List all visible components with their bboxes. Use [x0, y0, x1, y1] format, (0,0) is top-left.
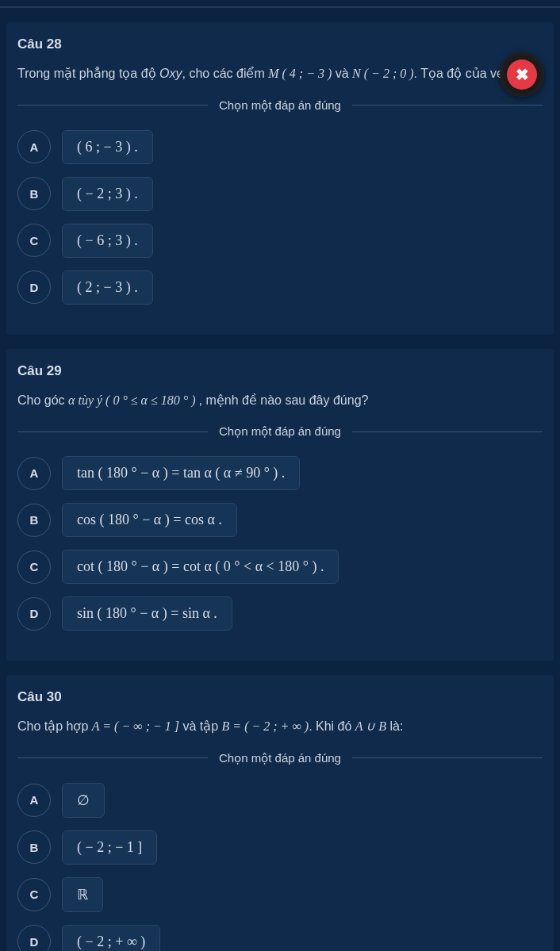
question-29-text: Cho góc α tùy ý ( 0 ° ≤ α ≤ 180 ° ) , mệ… — [17, 390, 543, 411]
divider-line-left — [17, 757, 208, 758]
q30-option-D[interactable]: D ( − 2 ; + ∞ ) — [17, 925, 543, 951]
q29-option-A[interactable]: A tan ( 180 ° − α ) = tan α ( α ≠ 90 ° )… — [17, 456, 543, 490]
close-icon: ✖ — [507, 59, 537, 90]
option-letter-D[interactable]: D — [17, 270, 51, 304]
q28-mid: , cho các điểm — [182, 67, 269, 80]
divider: Chọn một đáp án đúng — [17, 424, 543, 439]
divider: Chọn một đáp án đúng — [17, 751, 543, 765]
q28-va: và — [332, 67, 352, 80]
question-28-title: Câu 28 — [17, 36, 543, 52]
divider-line-right — [352, 757, 543, 758]
option-letter-C[interactable]: C — [17, 878, 51, 911]
question-30-title: Câu 30 — [17, 689, 543, 705]
question-28-card: ✖ Câu 28 Trong mặt phẳng tọa độ Oxy, cho… — [6, 22, 554, 335]
q30-option-C[interactable]: C ℝ — [17, 877, 543, 912]
q28-oxy: Oxy — [159, 67, 182, 80]
question-28-text: Trong mặt phẳng tọa độ Oxy, cho các điểm… — [17, 63, 543, 84]
divider-line-left — [17, 105, 208, 105]
option-letter-C[interactable]: C — [17, 550, 51, 584]
q30-option-D-content[interactable]: ( − 2 ; + ∞ ) — [62, 925, 160, 951]
q29-alpha: α tùy ý — [68, 393, 102, 407]
option-letter-A[interactable]: A — [17, 784, 51, 817]
q28-option-B[interactable]: B ( − 2 ; 3 ) . — [17, 177, 543, 211]
question-29-card: Câu 29 Cho góc α tùy ý ( 0 ° ≤ α ≤ 180 °… — [6, 349, 554, 661]
q29-option-C-content[interactable]: cot ( 180 ° − α ) = cot α ( 0 ° < α < 18… — [62, 550, 339, 584]
q28-pointM: M ( 4 ; − 3 ) — [268, 67, 332, 80]
q30-option-A[interactable]: A ∅ — [17, 783, 543, 818]
q28-option-D-content[interactable]: ( 2 ; − 3 ) . — [62, 270, 153, 305]
q29-option-A-content[interactable]: tan ( 180 ° − α ) = tan α ( α ≠ 90 ° ) . — [62, 456, 300, 490]
q28-option-B-content[interactable]: ( − 2 ; 3 ) . — [62, 177, 153, 211]
q29-option-B[interactable]: B cos ( 180 ° − α ) = cos α . — [17, 503, 543, 537]
q30-setB: B = ( − 2 ; + ∞ ) — [222, 719, 309, 733]
q30-option-A-content[interactable]: ∅ — [62, 783, 105, 818]
q30-la: là: — [386, 719, 403, 733]
option-letter-A[interactable]: A — [17, 457, 51, 490]
question-30-card: Câu 30 Cho tập hợp A = ( − ∞ ; − 1 ] và … — [6, 675, 554, 951]
q30-option-C-content[interactable]: ℝ — [62, 877, 103, 912]
q30-prefix: Cho tập hợp — [17, 719, 92, 733]
q29-suffix: , mệnh đề nào sau đây đúng? — [199, 393, 369, 407]
close-floating-button[interactable]: ✖ — [500, 52, 544, 97]
question-30-text: Cho tập hợp A = ( − ∞ ; − 1 ] và tập B =… — [17, 716, 543, 737]
option-letter-A[interactable]: A — [17, 130, 51, 163]
q28-pointN: N ( − 2 ; 0 ) — [352, 67, 413, 80]
option-letter-D[interactable]: D — [17, 925, 51, 951]
choose-label: Chọn một đáp án đúng — [208, 98, 352, 113]
option-letter-B[interactable]: B — [17, 504, 51, 537]
option-letter-C[interactable]: C — [17, 224, 51, 257]
divider-line-left — [17, 431, 208, 432]
divider-line-right — [352, 431, 543, 432]
q29-option-B-content[interactable]: cos ( 180 ° − α ) = cos α . — [62, 503, 237, 537]
q28-option-C[interactable]: C ( − 6 ; 3 ) . — [17, 224, 543, 258]
q28-option-A[interactable]: A ( 6 ; − 3 ) . — [17, 130, 543, 164]
q29-option-D[interactable]: D sin ( 180 ° − α ) = sin α . — [17, 596, 543, 631]
choose-label: Chọn một đáp án đúng — [208, 751, 352, 765]
q29-option-D-content[interactable]: sin ( 180 ° − α ) = sin α . — [62, 596, 232, 631]
q30-union: A ∪ B — [355, 719, 386, 733]
q29-prefix: Cho góc — [17, 393, 68, 407]
divider-line-right — [352, 105, 543, 105]
q30-vatap: và tập — [179, 719, 222, 733]
question-29-title: Câu 29 — [17, 363, 543, 379]
q28-option-D[interactable]: D ( 2 ; − 3 ) . — [17, 270, 543, 305]
choose-label: Chọn một đáp án đúng — [208, 424, 352, 439]
option-letter-B[interactable]: B — [17, 830, 51, 864]
q30-option-B-content[interactable]: ( − 2 ; − 1 ] — [62, 830, 157, 865]
q28-option-C-content[interactable]: ( − 6 ; 3 ) . — [62, 224, 153, 258]
option-letter-D[interactable]: D — [17, 597, 51, 631]
top-bar — [0, 0, 560, 8]
q28-option-A-content[interactable]: ( 6 ; − 3 ) . — [62, 130, 153, 164]
q30-khido: . Khi đó — [309, 719, 355, 733]
option-letter-B[interactable]: B — [17, 177, 51, 210]
q29-range: ( 0 ° ≤ α ≤ 180 ° ) — [102, 393, 198, 407]
q30-setA: A = ( − ∞ ; − 1 ] — [92, 719, 179, 733]
q30-option-B[interactable]: B ( − 2 ; − 1 ] — [17, 830, 543, 865]
divider: Chọn một đáp án đúng — [17, 98, 543, 113]
q29-option-C[interactable]: C cot ( 180 ° − α ) = cot α ( 0 ° < α < … — [17, 550, 543, 584]
q28-prefix: Trong mặt phẳng tọa độ — [17, 67, 159, 80]
